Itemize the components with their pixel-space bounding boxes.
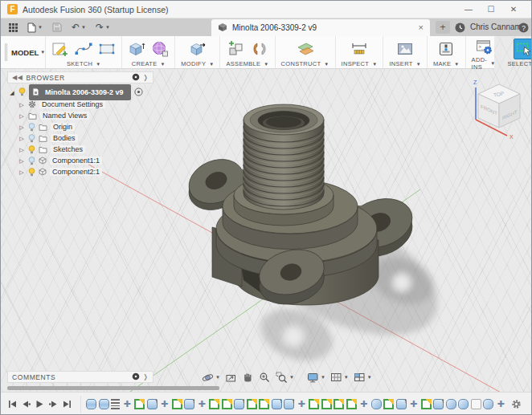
browser-header[interactable]: ◀◀ BROWSER ❭ <box>7 71 153 83</box>
grid-layout-button[interactable]: ▼ <box>328 371 351 384</box>
browser-item-sketches[interactable]: ▷Sketches <box>7 144 153 155</box>
construction-plane-button[interactable] <box>297 40 314 58</box>
fillet-feature[interactable] <box>458 399 469 409</box>
step-forward-button[interactable] <box>48 399 59 409</box>
expander-icon[interactable]: ▷ <box>18 113 25 119</box>
extrude-feature[interactable] <box>184 399 194 409</box>
expander-icon[interactable]: ▷ <box>18 169 25 175</box>
panel-flyout-icon[interactable]: ❭ <box>143 374 149 380</box>
zoom-button[interactable] <box>256 371 273 384</box>
create-box-button[interactable] <box>128 40 145 58</box>
extrude-feature[interactable] <box>284 399 294 409</box>
move-feature[interactable]: ✚ <box>408 399 419 409</box>
cylinder-feature[interactable] <box>86 399 96 409</box>
move-feature[interactable]: ✚ <box>197 399 207 409</box>
undo-button[interactable]: ↶▼ <box>67 18 91 36</box>
extrude-feature[interactable] <box>234 399 244 409</box>
expander-icon[interactable]: ◢ <box>9 90 15 96</box>
ribbon-group-label[interactable]: CREATE▼ <box>132 60 166 67</box>
create-sketch-button[interactable] <box>51 40 69 58</box>
select-button[interactable] <box>514 39 532 59</box>
zoom-window-button[interactable]: ▼ <box>273 371 297 384</box>
play-button[interactable] <box>35 399 45 409</box>
spline-button[interactable] <box>75 40 92 58</box>
browser-item-origin[interactable]: ▷Origin <box>7 121 153 132</box>
skip-end-button[interactable] <box>62 399 72 409</box>
minimize-button[interactable]: — <box>457 2 480 18</box>
document-tab[interactable]: Minolta 2006-3309-2 v9 × <box>211 19 430 36</box>
save-button[interactable] <box>47 18 67 36</box>
panel-flyout-icon[interactable]: ❭ <box>143 75 149 81</box>
new-tab-button[interactable]: + <box>436 21 450 34</box>
expander-icon[interactable]: ▷ <box>18 147 25 153</box>
expander-icon[interactable]: ▷ <box>18 158 25 164</box>
browser-root-row[interactable]: ◢ Minolta 2006-3309-2 v9 <box>7 86 153 99</box>
rectangle-button[interactable] <box>98 40 116 58</box>
viewports-button[interactable]: ▼ <box>351 371 374 384</box>
bulb-blue-icon[interactable] <box>28 157 35 165</box>
display-filter-icon[interactable] <box>132 73 140 83</box>
fillet-feature[interactable] <box>483 399 493 409</box>
bulb-yellow-icon[interactable] <box>28 168 35 177</box>
cylinder-feature[interactable] <box>99 399 109 409</box>
orbit-button[interactable]: ▼ <box>199 371 223 384</box>
sketch-feature[interactable] <box>421 399 432 409</box>
bulb-blue-icon[interactable] <box>28 123 35 132</box>
look-at-button[interactable] <box>223 371 239 384</box>
sketch-feature[interactable] <box>383 399 394 409</box>
sketch-feature[interactable] <box>172 399 182 409</box>
ribbon-group-label[interactable]: SELECT▼ <box>507 60 532 67</box>
browser-item-document-settings[interactable]: ▷Document Settings <box>7 99 153 110</box>
sketch-feature[interactable] <box>134 399 145 409</box>
ribbon-group-label[interactable]: ASSEMBLE▼ <box>226 60 268 67</box>
skip-start-button[interactable] <box>7 399 18 409</box>
fillet-feature[interactable] <box>371 399 382 409</box>
expander-icon[interactable]: ▷ <box>18 124 25 130</box>
extrude-feature[interactable] <box>396 399 407 409</box>
sketch-feature[interactable] <box>321 399 332 409</box>
sketch-feature[interactable] <box>259 399 269 409</box>
collapse-panel-icon[interactable]: ◀◀ <box>12 75 23 81</box>
expander-icon[interactable]: ▷ <box>18 136 25 141</box>
sketch-feature[interactable] <box>209 399 219 409</box>
extrude-feature[interactable] <box>433 399 444 409</box>
display-settings-button[interactable]: ▼ <box>305 371 328 384</box>
ribbon-group-label[interactable]: MAKE▼ <box>433 60 460 67</box>
file-new-button[interactable]: ▼ <box>23 18 47 36</box>
move-feature[interactable]: ✚ <box>496 399 506 409</box>
expander-icon[interactable]: ▷ <box>18 102 25 108</box>
create-form-button[interactable] <box>151 40 169 58</box>
sketch-feature[interactable] <box>334 399 344 409</box>
comments-badge-icon[interactable] <box>132 372 140 382</box>
tab-close-icon[interactable]: × <box>419 23 424 32</box>
sketch-feature[interactable] <box>247 399 257 409</box>
insert-image-button[interactable] <box>396 40 414 58</box>
toolbar-grip[interactable] <box>5 43 7 61</box>
user-account-button[interactable]: Chris Cannam <box>470 22 522 31</box>
comments-header[interactable]: COMMENTS ❭ <box>7 371 153 383</box>
close-button[interactable]: ✕ <box>502 2 525 18</box>
sketch-feature[interactable] <box>309 399 319 409</box>
sketch-feature[interactable] <box>222 399 232 409</box>
move-feature[interactable]: ✚ <box>358 399 369 409</box>
joint-button[interactable] <box>251 40 268 58</box>
make-3d-print-button[interactable] <box>437 40 455 58</box>
scripts-addins-button[interactable]: >_ <box>475 38 493 55</box>
move-feature[interactable]: ✚ <box>297 399 307 409</box>
pan-button[interactable] <box>239 371 256 384</box>
activate-radio-icon[interactable] <box>134 85 143 100</box>
step-back-button[interactable] <box>21 399 31 409</box>
apps-grid-button[interactable] <box>4 18 23 36</box>
press-pull-button[interactable] <box>189 40 207 58</box>
ribbon-group-label[interactable]: INSPECT▼ <box>342 60 378 67</box>
new-component-button[interactable] <box>227 40 245 58</box>
ribbon-group-label[interactable]: SKETCH▼ <box>67 60 100 67</box>
job-status-icon[interactable] <box>455 22 465 36</box>
browser-item-component1-1[interactable]: ▷Component1:1 <box>7 155 153 166</box>
bulb-blue-icon[interactable] <box>28 134 35 143</box>
browser-item-component2-1[interactable]: ▷Component2:1 <box>7 166 153 177</box>
browser-item-bodies[interactable]: ▷Bodies <box>7 132 153 144</box>
move-feature[interactable]: ✚ <box>159 399 170 409</box>
fillet-feature[interactable] <box>446 399 456 409</box>
timeline-settings-gear-icon[interactable] <box>506 398 526 410</box>
